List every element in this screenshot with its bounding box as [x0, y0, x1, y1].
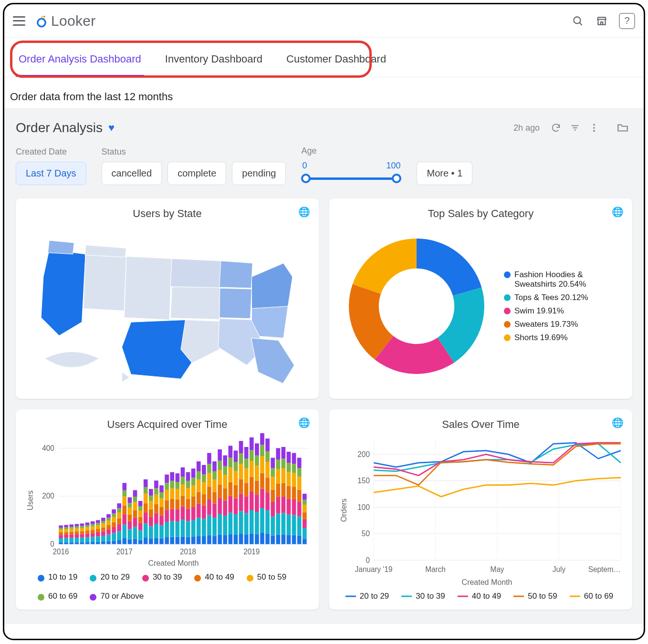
- svg-rect-327: [292, 515, 296, 535]
- svg-rect-306: [276, 513, 280, 534]
- stacked-bar-chart[interactable]: 02004002016201720182019: [37, 433, 310, 558]
- refresh-icon[interactable]: [546, 118, 565, 137]
- svg-rect-101: [117, 503, 121, 508]
- svg-rect-126: [138, 517, 143, 523]
- svg-rect-186: [186, 537, 190, 544]
- svg-rect-111: [128, 521, 132, 530]
- svg-rect-187: [186, 521, 190, 537]
- svg-rect-234: [218, 449, 222, 461]
- svg-rect-80: [101, 518, 105, 521]
- card-top-sales: Top Sales by Category 🌐 Fashion Hoodies …: [329, 198, 632, 399]
- svg-rect-341: [303, 528, 307, 539]
- globe-icon[interactable]: 🌐: [612, 417, 624, 428]
- svg-rect-324: [287, 463, 291, 472]
- favorite-icon[interactable]: ♥: [108, 122, 115, 134]
- age-slider-min-knob[interactable]: [301, 174, 311, 183]
- svg-rect-281: [255, 466, 259, 481]
- card-users-acquired: Users Acquired over Time 🌐 Users 0200400…: [16, 409, 319, 610]
- svg-rect-267: [244, 468, 249, 483]
- svg-rect-31: [64, 525, 68, 527]
- svg-rect-239: [223, 475, 227, 488]
- svg-rect-304: [271, 458, 275, 468]
- svg-rect-221: [212, 536, 217, 544]
- globe-icon[interactable]: 🌐: [612, 206, 624, 218]
- legend-item: Sweaters 19.73%: [504, 320, 624, 329]
- svg-rect-172: [176, 537, 180, 544]
- svg-rect-253: [234, 471, 238, 485]
- svg-rect-55: [85, 533, 90, 537]
- svg-rect-90: [112, 527, 116, 533]
- svg-rect-24: [59, 525, 63, 528]
- svg-rect-264: [244, 513, 249, 534]
- svg-rect-150: [154, 480, 158, 488]
- svg-rect-29: [64, 529, 68, 532]
- svg-rect-144: [154, 538, 158, 544]
- age-slider-max-knob[interactable]: [392, 174, 401, 183]
- svg-text:200: 200: [357, 449, 370, 458]
- svg-rect-244: [229, 496, 233, 513]
- board-tab[interactable]: Order Analysis Dashboard: [17, 50, 143, 68]
- svg-rect-89: [112, 533, 116, 540]
- help-icon[interactable]: ?: [619, 13, 635, 29]
- brand-logo[interactable]: Looker: [35, 13, 96, 29]
- svg-rect-260: [239, 464, 243, 479]
- svg-rect-98: [117, 519, 121, 524]
- us-choropleth[interactable]: [24, 222, 310, 390]
- svg-rect-323: [287, 472, 291, 486]
- svg-rect-225: [212, 479, 217, 492]
- donut-chart[interactable]: [338, 228, 495, 385]
- filter-more-button[interactable]: More • 1: [417, 162, 472, 185]
- svg-rect-278: [255, 512, 259, 534]
- globe-icon[interactable]: 🌐: [298, 417, 310, 428]
- svg-rect-216: [207, 499, 211, 515]
- age-slider[interactable]: 0100: [301, 161, 401, 185]
- svg-point-3: [43, 18, 44, 19]
- svg-text:2018: 2018: [180, 547, 196, 555]
- board-tab[interactable]: Inventory Dashboard: [163, 50, 264, 68]
- svg-rect-39: [75, 542, 79, 544]
- svg-rect-283: [255, 443, 259, 455]
- more-icon[interactable]: [585, 118, 604, 137]
- svg-rect-173: [176, 521, 180, 537]
- svg-rect-38: [69, 524, 73, 527]
- folder-icon[interactable]: [613, 118, 632, 137]
- svg-rect-259: [239, 479, 243, 493]
- svg-rect-170: [170, 481, 174, 488]
- svg-rect-235: [223, 535, 227, 544]
- line-chart[interactable]: 050100150200January '19MarchMayJulySepte…: [350, 433, 624, 577]
- svg-rect-88: [112, 540, 116, 544]
- svg-rect-182: [181, 496, 185, 507]
- svg-rect-21: [59, 532, 63, 535]
- svg-rect-231: [218, 484, 222, 498]
- marketplace-icon[interactable]: [591, 10, 612, 31]
- svg-rect-41: [75, 534, 79, 538]
- filter-created-date-chip[interactable]: Last 7 Days: [16, 162, 86, 185]
- board-tab[interactable]: Customer Dashboard: [284, 50, 388, 68]
- filter-status-chip[interactable]: complete: [167, 162, 226, 185]
- svg-rect-282: [255, 456, 259, 466]
- svg-rect-175: [176, 499, 180, 509]
- filter-icon[interactable]: [565, 118, 585, 137]
- card-title: Users by State: [133, 208, 201, 220]
- filter-status-chip[interactable]: pending: [232, 162, 286, 185]
- menu-icon[interactable]: [13, 16, 25, 26]
- filter-label-age: Age: [301, 146, 401, 156]
- svg-rect-237: [223, 500, 227, 516]
- svg-rect-34: [69, 534, 73, 538]
- svg-rect-59: [85, 522, 90, 525]
- svg-rect-177: [176, 482, 180, 489]
- lines-legend: 20 to 2930 to 3940 to 4950 to 5960 to 69: [338, 587, 624, 601]
- filter-status-chip[interactable]: cancelled: [102, 162, 162, 185]
- search-icon[interactable]: [567, 10, 588, 31]
- svg-rect-124: [138, 530, 143, 540]
- svg-rect-232: [218, 470, 222, 485]
- legend-item: 10 to 19: [38, 572, 77, 582]
- svg-rect-113: [128, 508, 132, 515]
- svg-rect-218: [207, 473, 211, 487]
- svg-rect-176: [176, 489, 180, 499]
- svg-rect-104: [122, 514, 126, 525]
- svg-text:Septem…: Septem…: [588, 564, 621, 573]
- svg-rect-188: [186, 509, 190, 521]
- globe-icon[interactable]: 🌐: [298, 206, 310, 218]
- svg-rect-56: [85, 530, 90, 533]
